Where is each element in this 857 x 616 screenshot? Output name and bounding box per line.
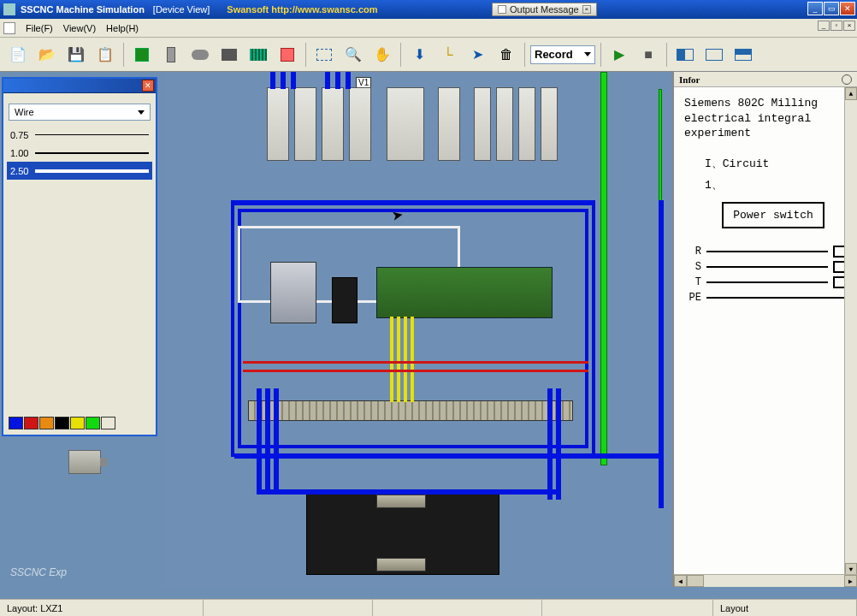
comp-motor-button[interactable] (187, 42, 213, 68)
wire-panel-close-button[interactable]: ✕ (142, 80, 154, 92)
zoom-button[interactable]: 🔍 (340, 42, 366, 68)
wire-color-swatches (9, 417, 115, 429)
output-tab-label: Output Message (510, 4, 579, 15)
wire-size-1[interactable]: 1.00 (7, 144, 152, 162)
pointer-button[interactable]: ➤ (464, 42, 490, 68)
app-icon (3, 3, 15, 15)
close-button[interactable]: ✕ (840, 2, 855, 15)
brand-watermark: Swansoft http://www.swansc.com (227, 4, 377, 15)
status-layout: Layout: LXZ1 (0, 600, 204, 616)
info-scrollbar-v[interactable]: ▲ ▼ (844, 87, 857, 576)
chevron-down-icon (138, 110, 145, 115)
comp-relay-button[interactable] (158, 42, 184, 68)
view1-button[interactable] (672, 42, 698, 68)
view2-button[interactable] (701, 42, 727, 68)
wire-type-select[interactable]: Wire (9, 104, 151, 121)
status-cell-2 (204, 600, 373, 616)
wire-panel-titlebar[interactable] (3, 79, 156, 93)
swatch-grey[interactable] (101, 417, 115, 429)
wire-size-list: 0.75 1.00 2.50 (7, 126, 152, 180)
wire-type-label: Wire (15, 107, 34, 117)
doc-icon (498, 5, 506, 14)
new-button[interactable]: 📄 (5, 42, 31, 68)
status-cell-3 (373, 600, 542, 616)
select-rect-button[interactable] (311, 42, 337, 68)
canvas-watermark: SSCNC Exp (10, 566, 67, 578)
comp-green-button[interactable] (129, 42, 155, 68)
output-message-tab[interactable]: Output Message × (492, 2, 597, 17)
circuit-canvas[interactable]: V1 (163, 72, 672, 587)
info-diagram: Power switch R S T PE (684, 202, 850, 305)
swatch-green[interactable] (86, 417, 100, 429)
export-button[interactable]: 📋 (92, 42, 118, 68)
swatch-red[interactable] (24, 417, 38, 429)
app-subtitle: [Device View] (153, 4, 210, 15)
swatch-black[interactable] (55, 417, 69, 429)
swatch-blue[interactable] (9, 417, 23, 429)
mdi-minimize-button[interactable]: _ (818, 21, 830, 31)
info-section-1: I、Circuit (684, 157, 850, 172)
scroll-left-icon[interactable]: ◀ (674, 575, 687, 587)
floating-component[interactable] (68, 450, 101, 474)
gear-icon[interactable] (842, 74, 852, 85)
download-button[interactable]: ⬇ (406, 42, 432, 68)
status-cell-4 (542, 600, 713, 616)
scroll-up-icon[interactable]: ▲ (845, 87, 857, 100)
menu-help[interactable]: Help(H) (101, 21, 144, 35)
scroll-thumb[interactable] (687, 575, 704, 587)
minimize-button[interactable]: _ (807, 2, 823, 15)
toolbar: 📄 📂 💾 📋 🔍 ✋ ⬇ └ ➤ 🗑 Record ▶ ■ (0, 38, 857, 72)
comp-chip-button[interactable] (216, 42, 242, 68)
stop-button[interactable]: ■ (635, 42, 661, 68)
open-button[interactable]: 📂 (34, 42, 60, 68)
play-button[interactable]: ▶ (606, 42, 632, 68)
record-dropdown[interactable]: Record (530, 45, 595, 64)
chevron-down-icon (584, 52, 591, 56)
mdi-close-button[interactable]: × (843, 21, 855, 31)
save-button[interactable]: 💾 (63, 42, 89, 68)
info-panel: Infor Siemens 802C Milling electrical in… (672, 72, 857, 587)
comp-calc-button[interactable] (275, 42, 300, 68)
title-bar: SSCNC Machine Simulation [Device View] S… (0, 0, 857, 19)
info-section-1-1: 1、 (684, 178, 850, 193)
wire-size-0[interactable]: 0.75 (7, 126, 152, 144)
app-title: SSCNC Machine Simulation (21, 4, 145, 15)
wire-panel: ✕ Wire 0.75 1.00 2.50 (2, 77, 157, 436)
info-scrollbar-h[interactable]: ◀ ▶ (674, 574, 857, 587)
swatch-yellow[interactable] (70, 417, 85, 429)
status-bar: Layout: LXZ1 Layout (0, 599, 857, 616)
maximize-button[interactable]: ▭ (824, 2, 839, 15)
trash-button[interactable]: 🗑 (494, 42, 519, 68)
menu-file[interactable]: File(F) (21, 21, 58, 35)
comp-board-button[interactable] (245, 42, 271, 68)
menu-bar: File(F) View(V) Help(H) _ ▫ × (0, 19, 857, 38)
menu-view[interactable]: View(V) (58, 21, 101, 35)
axis-button[interactable]: └ (435, 42, 461, 68)
wire-size-2[interactable]: 2.50 (7, 162, 152, 180)
swatch-orange[interactable] (39, 417, 54, 429)
workspace: ✕ Wire 0.75 1.00 2.50 SSCNC Exp V1 (0, 72, 857, 599)
view3-button[interactable] (730, 42, 756, 68)
close-icon[interactable]: × (582, 5, 591, 14)
info-body: Siemens 802C Milling electrical integral… (674, 87, 857, 587)
pan-button[interactable]: ✋ (369, 42, 395, 68)
status-layout-right: Layout (713, 600, 857, 616)
mdi-restore-button[interactable]: ▫ (830, 21, 842, 31)
scroll-right-icon[interactable]: ▶ (844, 575, 857, 587)
info-title: Infor (679, 74, 700, 85)
power-switch-box: Power switch (722, 202, 824, 228)
mdi-doc-icon (3, 22, 15, 34)
record-label: Record (535, 48, 573, 61)
info-heading: Siemens 802C Milling electrical integral… (684, 96, 850, 141)
